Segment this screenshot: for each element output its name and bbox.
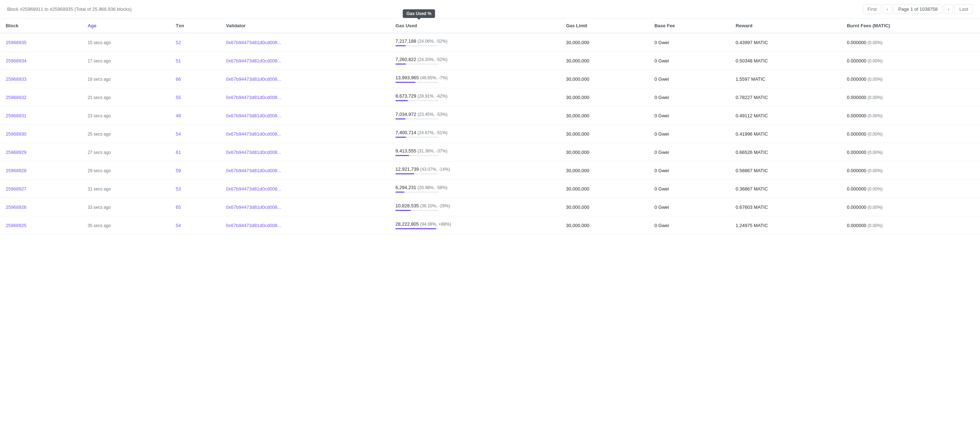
validator-link[interactable]: 0x67b94473d81d0cd008... (226, 186, 282, 192)
cell-validator: 0x67b94473d81d0cd008... (220, 143, 390, 161)
cell-block: 25968935 (0, 33, 82, 52)
block-link[interactable]: 25968932 (6, 95, 27, 100)
cell-block: 25968928 (0, 161, 82, 180)
burnt-fees-value: 0.000000 (847, 168, 866, 173)
cell-block: 25968929 (0, 143, 82, 161)
block-link[interactable]: 25968925 (6, 223, 27, 228)
gas-used-value: 9,413,555 (395, 148, 416, 154)
cell-validator: 0x67b94473d81d0cd008... (220, 125, 390, 143)
block-link[interactable]: 25968926 (6, 205, 27, 210)
cell-gas-used: 7,217,188 (24.06%, -52%) (390, 33, 560, 52)
txn-link[interactable]: 54 (176, 131, 181, 137)
validator-link[interactable]: 0x67b94473d81d0cd008... (226, 58, 282, 64)
validator-link[interactable]: 0x67b94473d81d0cd008... (226, 131, 282, 137)
next-page-button[interactable]: › (944, 4, 953, 14)
gas-bar (395, 173, 414, 174)
gas-bar (395, 118, 406, 119)
validator-link[interactable]: 0x67b94473d81d0cd008... (226, 150, 282, 155)
table-row: 25968934 17 secs ago 51 0x67b94473d81d0c… (0, 52, 980, 70)
cell-gas-used: 7,400,714 (24.67%, -51%) (390, 125, 560, 143)
txn-link[interactable]: 52 (176, 40, 181, 45)
txn-link[interactable]: 66 (176, 76, 181, 82)
block-link[interactable]: 25968930 (6, 131, 27, 137)
gas-used-value: 7,400,714 (395, 130, 416, 135)
validator-link[interactable]: 0x67b94473d81d0cd008... (226, 113, 282, 118)
txn-link[interactable]: 61 (176, 150, 181, 155)
block-link[interactable]: 25968933 (6, 76, 27, 82)
cell-base-fee: 0 Gwei (649, 143, 730, 161)
txn-link[interactable]: 55 (176, 95, 181, 100)
cell-txn: 51 (170, 52, 220, 70)
cell-gas-used: 13,993,965 (46.65%, -7%) (390, 70, 560, 88)
cell-block: 25968933 (0, 70, 82, 88)
gas-bar (395, 82, 415, 83)
gas-bar-container (395, 192, 439, 192)
cell-txn: 53 (170, 180, 220, 198)
validator-link[interactable]: 0x67b94473d81d0cd008... (226, 205, 282, 210)
cell-burnt-fees: 0.000000 (0.00%) (841, 143, 980, 161)
gas-bar-container (395, 137, 439, 138)
validator-link[interactable]: 0x67b94473d81d0cd008... (226, 76, 282, 82)
cell-gas-used: 10,828,535 (36.10%, -28%) (390, 198, 560, 216)
gas-used-value: 10,828,535 (395, 203, 419, 208)
cell-reward: 0.67603 MATIC (730, 198, 841, 216)
last-page-button[interactable]: Last (955, 4, 973, 14)
burnt-fees-value: 0.000000 (847, 186, 866, 192)
txn-link[interactable]: 59 (176, 168, 181, 173)
burnt-fees-extra: (0.00%) (868, 132, 883, 137)
gas-bar (395, 155, 409, 156)
cell-block: 25968930 (0, 125, 82, 143)
txn-link[interactable]: 48 (176, 113, 181, 118)
cell-burnt-fees: 0.000000 (0.00%) (841, 88, 980, 107)
cell-gas-used: 7,260,822 (24.20%, -52%) (390, 52, 560, 70)
txn-link[interactable]: 54 (176, 223, 181, 228)
prev-page-button[interactable]: ‹ (883, 4, 892, 14)
cell-gas-limit: 30,000,000 (560, 180, 649, 198)
cell-base-fee: 0 Gwei (649, 88, 730, 107)
gas-bar-container (395, 173, 439, 174)
validator-link[interactable]: 0x67b94473d81d0cd008... (226, 168, 282, 173)
gas-used-value: 28,222,805 (395, 221, 419, 227)
txn-link[interactable]: 51 (176, 58, 181, 64)
txn-link[interactable]: 53 (176, 186, 181, 192)
block-link[interactable]: 25968934 (6, 58, 27, 64)
cell-burnt-fees: 0.000000 (0.00%) (841, 52, 980, 70)
cell-gas-limit: 30,000,000 (560, 70, 649, 88)
burnt-fees-value: 0.000000 (847, 113, 866, 118)
cell-txn: 61 (170, 143, 220, 161)
cell-gas-used: 12,921,739 (43.07%, -14%) (390, 161, 560, 180)
cell-validator: 0x67b94473d81d0cd008... (220, 107, 390, 125)
block-link[interactable]: 25968935 (6, 40, 27, 45)
gas-bar-container (395, 118, 439, 119)
validator-link[interactable]: 0x67b94473d81d0cd008... (226, 95, 282, 100)
validator-link[interactable]: 0x67b94473d81d0cd008... (226, 40, 282, 45)
cell-reward: 0.58867 MATIC (730, 161, 841, 180)
gas-used-extra: (24.67%, -51%) (418, 130, 447, 135)
block-link[interactable]: 25968927 (6, 186, 27, 192)
gas-used-value: 7,260,822 (395, 57, 416, 62)
burnt-fees-extra: (0.00%) (868, 205, 883, 210)
burnt-fees-value: 0.000000 (847, 58, 866, 64)
blocks-table: Block Age Txn Validator Gas Used Gas Use… (0, 19, 980, 235)
gas-used-extra: (20.98%, -58%) (418, 185, 447, 190)
cell-gas-limit: 30,000,000 (560, 33, 649, 52)
block-link[interactable]: 25968928 (6, 168, 27, 173)
validator-link[interactable]: 0x67b94473d81d0cd008... (226, 223, 282, 228)
cell-txn: 54 (170, 125, 220, 143)
cell-reward: 0.50348 MATIC (730, 52, 841, 70)
table-row: 25968928 29 secs ago 59 0x67b94473d81d0c… (0, 161, 980, 180)
block-link[interactable]: 25968929 (6, 150, 27, 155)
gas-used-extra: (24.06%, -52%) (418, 39, 447, 44)
cell-validator: 0x67b94473d81d0cd008... (220, 70, 390, 88)
table-row: 25968930 25 secs ago 54 0x67b94473d81d0c… (0, 125, 980, 143)
gas-bar-container (395, 82, 439, 83)
cell-gas-limit: 30,000,000 (560, 143, 649, 161)
gas-bar-container (395, 155, 439, 156)
gas-bar (395, 137, 406, 138)
txn-link[interactable]: 65 (176, 205, 181, 210)
burnt-fees-value: 0.000000 (847, 40, 866, 45)
block-link[interactable]: 25968931 (6, 113, 27, 118)
table-row: 25968935 15 secs ago 52 0x67b94473d81d0c… (0, 33, 980, 52)
first-page-button[interactable]: First (863, 4, 881, 14)
cell-gas-limit: 30,000,000 (560, 161, 649, 180)
